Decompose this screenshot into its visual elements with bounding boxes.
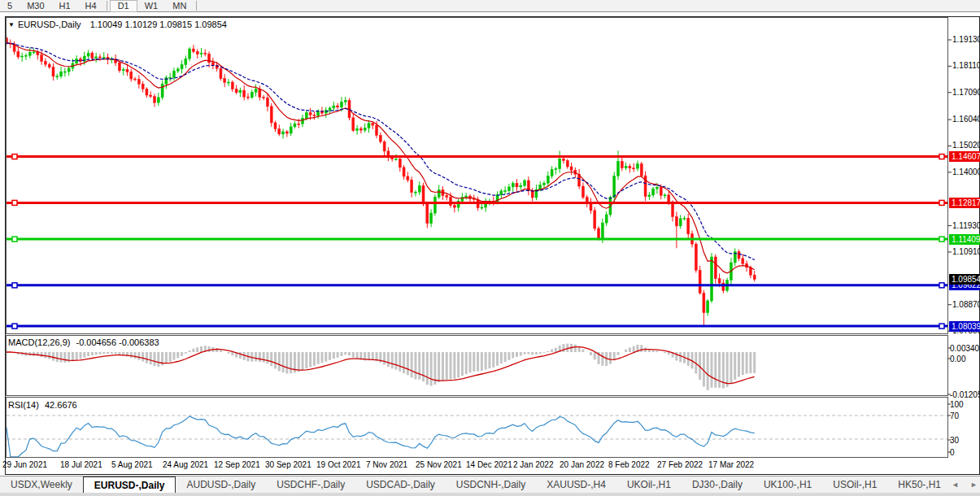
line-handle <box>12 154 17 159</box>
line-handle <box>12 237 17 241</box>
status-strip <box>0 493 980 496</box>
chart-tab-usoil-h1[interactable]: USOil-,H1 <box>822 476 887 493</box>
ohlc-close: 1.09854 <box>194 20 227 29</box>
chart-tab-hk50-h1[interactable]: HK50-,H1 <box>887 476 952 493</box>
price-axis-tick: 1.15020 <box>952 141 980 150</box>
line-handle <box>939 154 944 159</box>
macd-name: MACD(12,26,9) <box>8 337 70 347</box>
time-axis-label: 18 Jul 2021 <box>60 460 102 469</box>
indicator-axis-tick: -0.01205 <box>950 390 980 399</box>
price-axis-tick: 1.11930 <box>952 221 980 230</box>
current-price-flag: 1.09854 <box>949 274 980 285</box>
time-axis-label: 17 Mar 2022 <box>708 460 754 469</box>
time-axis-label: 30 Sep 2021 <box>265 460 311 469</box>
price-level-flag: 1.08039 <box>949 321 980 332</box>
chart-tab-bar: USDX,WeeklyEURUSD-,DailyAUDUSD-,DailyUSD… <box>0 476 980 493</box>
chart-tab-usdcad-daily[interactable]: USDCAD-,Daily <box>355 476 446 493</box>
indicator-axis-tick: 0.003408 <box>950 344 980 353</box>
time-axis-label: 12 Sep 2021 <box>214 460 260 469</box>
price-level-flag: 1.11409 <box>949 234 980 245</box>
price-level-flag: 1.14607 <box>949 151 980 162</box>
indicator-axis-tick: 30 <box>950 436 959 445</box>
line-handle <box>939 237 944 241</box>
price-axis-tick: 1.14000 <box>952 168 980 176</box>
chart-title: EURUSD-,Daily 1.10049 1.10129 1.09815 1.… <box>18 20 227 29</box>
price-axis-tick: 1.17090 <box>952 88 980 97</box>
time-axis-label: 5 Aug 2021 <box>111 460 153 469</box>
chart-tab-ukoil-h1[interactable]: UKOil-,H1 <box>616 476 682 493</box>
macd-indicator-label: MACD(12,26,9) -0.004656 -0.006383 <box>8 337 159 347</box>
chart-tab-eurusd-daily[interactable]: EURUSD-,Daily <box>83 476 176 493</box>
price-level-flag: 1.12817 <box>949 198 980 208</box>
chart-tab-usdchf-daily[interactable]: USDCHF-,Daily <box>266 476 355 493</box>
time-axis-label: 14 Dec 2021 <box>466 460 512 469</box>
ohlc-open: 1.10049 <box>90 20 123 29</box>
time-axis-label: 29 Jun 2021 <box>2 460 47 469</box>
line-handle <box>12 200 17 205</box>
chart-tab-usdcnh-daily[interactable]: USDCNH-,Daily <box>446 476 536 493</box>
price-axis-tick: 1.10910 <box>952 247 980 256</box>
indicator-axis-tick: 70 <box>950 411 959 420</box>
price-axis-tick: 1.08870 <box>952 300 980 309</box>
rsi-name: RSI(14) <box>8 400 39 410</box>
chart-canvas[interactable] <box>0 0 980 496</box>
time-axis-label: 24 Aug 2021 <box>163 460 208 469</box>
tab-scroll-controls: ◄► <box>952 476 980 493</box>
tab-scroll-right-icon[interactable]: ► <box>970 481 978 489</box>
indicator-axis-tick: 0.00 <box>950 355 965 363</box>
time-axis-label: 7 Nov 2021 <box>366 460 407 469</box>
time-axis-label: 8 Feb 2022 <box>608 460 650 469</box>
chart-expand-icon[interactable]: ▼ <box>8 21 15 28</box>
time-axis-label: 20 Jan 2022 <box>560 460 604 469</box>
line-handle <box>939 200 944 205</box>
line-handle <box>939 283 944 288</box>
indicator-axis-tick: 0 <box>950 448 955 457</box>
price-axis-tick: 1.19130 <box>952 35 980 44</box>
chart-tab-uk100-h1[interactable]: UK100-,H1 <box>753 476 822 493</box>
price-axis-tick: 1.16040 <box>952 115 980 124</box>
line-handle <box>939 324 944 328</box>
ohlc-high: 1.10129 <box>125 20 158 29</box>
indicator-axis-tick: 100 <box>950 400 964 409</box>
time-axis-label: 2 Jan 2022 <box>513 460 554 469</box>
macd-values: -0.004656 -0.006383 <box>76 337 159 347</box>
time-axis-label: 27 Feb 2022 <box>657 460 703 469</box>
chart-symbol-period: EURUSD-,Daily <box>18 20 81 29</box>
chart-tab-dj30-daily[interactable]: DJ30-,Daily <box>682 476 753 493</box>
tab-scroll-left-icon[interactable]: ◄ <box>952 481 959 489</box>
line-handle <box>12 324 17 328</box>
rsi-value: 42.6676 <box>45 400 77 410</box>
ohlc-low: 1.09815 <box>159 20 192 29</box>
line-handle <box>12 283 17 288</box>
time-axis-label: 25 Nov 2021 <box>416 460 462 469</box>
mt4-window: 5M30H1H4D1W1MN ▼ EURUSD-,Daily 1.10049 1… <box>0 0 980 496</box>
chart-tab-audusd-daily[interactable]: AUDUSD-,Daily <box>176 476 266 493</box>
time-axis-label: 19 Oct 2021 <box>316 460 360 469</box>
chart-tab-usdx-weekly[interactable]: USDX,Weekly <box>0 476 83 493</box>
price-axis-tick: 1.18110 <box>952 61 980 70</box>
chart-tab-xauusd-h4[interactable]: XAUUSD-,H4 <box>536 476 616 493</box>
rsi-indicator-label: RSI(14) 42.6676 <box>8 400 77 410</box>
